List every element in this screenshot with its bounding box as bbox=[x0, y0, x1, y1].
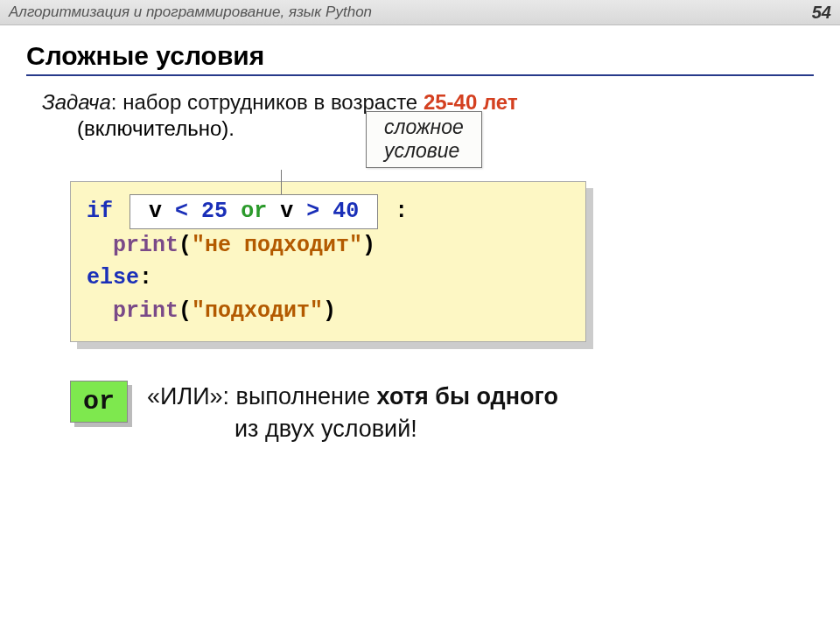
callout-box: сложное условие bbox=[366, 111, 482, 168]
section-title: Сложные условия bbox=[26, 41, 814, 76]
code-block: if v < 25 or v > 40 : print("не подходит… bbox=[70, 181, 586, 342]
slide-header: Алгоритмизация и программирование, язык … bbox=[0, 0, 840, 25]
task-label: Задача bbox=[42, 90, 111, 114]
cond-v2: v bbox=[280, 199, 293, 224]
task-text-2: (включительно). bbox=[77, 116, 234, 141]
header-title: Алгоритмизация и программирование, язык … bbox=[9, 4, 372, 21]
colon-2: : bbox=[139, 265, 152, 290]
colon-1: : bbox=[395, 199, 408, 224]
cond-or: or bbox=[241, 199, 267, 224]
page-number: 54 bbox=[812, 3, 831, 23]
or-explanation-text: «ИЛИ»: выполнение хотя бы одного из двух… bbox=[147, 381, 558, 444]
slide-content: Сложные условия Задача: набор сотруднико… bbox=[0, 25, 840, 444]
fn-print-1: print bbox=[113, 233, 178, 258]
kw-else: else bbox=[87, 265, 139, 290]
fn-print-2: print bbox=[113, 298, 178, 324]
cond-n1: 25 bbox=[201, 199, 228, 224]
or-bold: хотя бы одного bbox=[377, 383, 558, 410]
or-text-line-1: «ИЛИ»: выполнение хотя бы одного bbox=[147, 381, 558, 412]
callout-line-2: условие bbox=[384, 139, 464, 162]
callout-line-1: сложное bbox=[384, 116, 464, 138]
str-2: "подходит" bbox=[192, 298, 323, 324]
kw-if: if bbox=[87, 199, 113, 224]
callout-connector bbox=[281, 170, 282, 194]
task-age-range: 25-40 лет bbox=[424, 90, 518, 114]
task-text-1: : набор сотрудников в возрасте bbox=[111, 90, 424, 114]
or-explanation-row: or «ИЛИ»: выполнение хотя бы одного из д… bbox=[70, 381, 814, 444]
str-1: "не подходит" bbox=[192, 233, 362, 258]
cond-v1: v bbox=[149, 199, 162, 224]
code-block-inner: if v < 25 or v > 40 : print("не подходит… bbox=[70, 181, 586, 342]
cond-n2: 40 bbox=[332, 199, 359, 224]
task-row-2: (включительно). сложное условие bbox=[42, 116, 814, 169]
or-text-line-2: из двух условий! bbox=[147, 413, 558, 444]
or-badge: or bbox=[70, 381, 128, 423]
cond-gt: > bbox=[306, 199, 319, 224]
condition-box: v < 25 or v > 40 bbox=[130, 194, 378, 229]
or-badge-wrap: or bbox=[70, 381, 128, 423]
or-prefix: «ИЛИ»: выполнение bbox=[147, 383, 377, 410]
cond-lt: < bbox=[175, 199, 188, 224]
